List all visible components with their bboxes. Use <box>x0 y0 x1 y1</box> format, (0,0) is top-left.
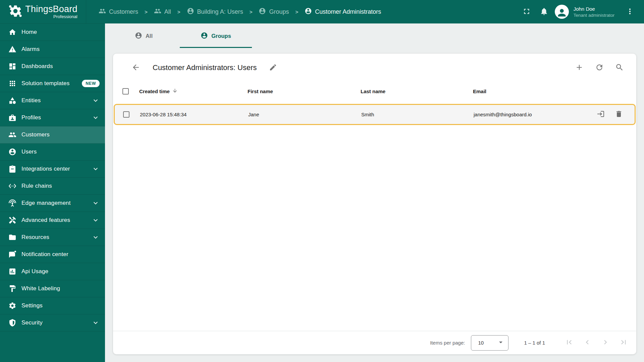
sidebar-item-security[interactable]: Security <box>0 314 105 331</box>
people-icon <box>99 7 106 16</box>
brand-subtitle: Professional <box>53 14 77 19</box>
sidebar-item-customers[interactable]: Customers <box>0 126 105 143</box>
sidebar-item-settings[interactable]: Settings <box>0 297 105 314</box>
more-menu-button[interactable] <box>623 5 637 18</box>
tab-all[interactable]: All <box>108 23 180 49</box>
cell-last-name: Smith <box>361 112 474 117</box>
sidebar-item-entities[interactable]: Entities <box>0 92 105 109</box>
sidebar-item-integrations-center[interactable]: Integrations center <box>0 161 105 178</box>
sidebar-item-api-usage[interactable]: Api Usage <box>0 263 105 280</box>
user-icon <box>556 7 568 18</box>
refresh-button[interactable] <box>593 61 606 74</box>
sidebar-item-rule-chains[interactable]: Rule chains <box>0 178 105 195</box>
chevron-down-icon <box>92 233 100 241</box>
caret-down-icon <box>497 338 505 347</box>
login-icon <box>597 110 605 119</box>
logo[interactable]: ThingsBoard Professional <box>0 0 86 23</box>
sidebar-item-notification-center[interactable]: Notification center <box>0 246 105 263</box>
login-as-user-button[interactable] <box>594 108 607 121</box>
cell-created-time: 2023-06-28 15:48:34 <box>140 112 248 117</box>
user-menu[interactable]: John Doe Tenant administrator <box>574 6 614 17</box>
first-page-icon <box>565 338 574 348</box>
arrow-back-icon <box>131 63 140 73</box>
category-icon <box>8 97 16 105</box>
last-page-icon <box>619 338 628 348</box>
items-per-page-value: 10 <box>478 340 484 346</box>
antenna-icon <box>8 199 16 207</box>
back-button[interactable] <box>129 61 143 74</box>
chevron-down-icon <box>92 319 100 327</box>
warning-icon <box>8 45 16 53</box>
users-card: Customer Administrators: Users Created t… <box>113 54 636 354</box>
breadcrumb-customer-administrators[interactable]: Customer Administrators <box>305 7 381 16</box>
notification-icon <box>8 250 16 258</box>
chart-icon <box>8 267 16 276</box>
sidebar-item-white-labeling[interactable]: White Labeling <box>0 280 105 297</box>
user-name: John Doe <box>574 6 614 12</box>
last-page-button[interactable] <box>617 336 630 350</box>
sidebar-item-profiles[interactable]: Profiles <box>0 109 105 126</box>
column-created-time[interactable]: Created time <box>139 88 248 95</box>
account-icon <box>8 148 16 156</box>
select-all-checkbox[interactable] <box>122 88 129 95</box>
search-icon <box>615 63 624 73</box>
paint-icon <box>8 285 16 293</box>
page-title: Customer Administrators: Users <box>153 63 257 72</box>
previous-page-button[interactable] <box>581 336 594 350</box>
sidebar-item-alarms[interactable]: Alarms <box>0 41 105 58</box>
first-page-button[interactable] <box>562 336 576 350</box>
cell-email: janesmith@thingsboard.io <box>474 112 580 117</box>
account-icon <box>305 7 312 16</box>
sidebar-item-advanced-features[interactable]: Advanced features <box>0 212 105 229</box>
sidebar-item-users[interactable]: Users <box>0 143 105 161</box>
breadcrumb-all[interactable]: All <box>154 7 171 16</box>
breadcrumb-building-a-users[interactable]: Building A: Users <box>187 7 243 16</box>
sidebar-item-dashboards[interactable]: Dashboards <box>0 58 105 75</box>
sidebar-item-solution-templates[interactable]: Solution templates NEW <box>0 75 105 92</box>
avatar[interactable] <box>555 5 569 19</box>
column-last-name[interactable]: Last name <box>361 88 473 94</box>
shield-icon <box>8 319 16 327</box>
account-icon <box>259 7 266 16</box>
delete-user-button[interactable] <box>612 108 626 121</box>
more-vert-icon <box>626 7 634 17</box>
search-button[interactable] <box>613 61 626 74</box>
main-content: All Groups Customer Administrators: User… <box>105 23 644 362</box>
notifications-button[interactable] <box>537 5 551 18</box>
next-page-icon <box>601 338 610 348</box>
column-email[interactable]: Email <box>473 88 581 94</box>
items-per-page-select[interactable]: 10 <box>471 335 508 351</box>
tab-groups[interactable]: Groups <box>180 23 252 49</box>
thingsboard-logo-icon <box>8 4 22 19</box>
people-icon <box>154 7 161 16</box>
chevron-down-icon <box>92 114 100 122</box>
integration-icon <box>8 165 16 173</box>
tab-bar: All Groups <box>105 23 644 49</box>
row-checkbox[interactable] <box>123 111 129 118</box>
breadcrumb-separator: > <box>145 9 148 15</box>
next-page-button[interactable] <box>599 336 612 350</box>
badge-icon <box>8 114 16 122</box>
trash-icon <box>615 110 623 119</box>
breadcrumb: Customers > All > Building A: Users > Gr… <box>86 7 520 16</box>
column-first-name[interactable]: First name <box>248 88 361 94</box>
breadcrumb-customers[interactable]: Customers <box>99 7 138 16</box>
people-icon <box>8 131 16 139</box>
ethernet-icon <box>8 182 16 190</box>
gear-icon <box>8 302 16 310</box>
construction-icon <box>8 216 16 224</box>
table-row[interactable]: 2023-06-28 15:48:34 Jane Smith janesmith… <box>114 104 636 125</box>
add-user-button[interactable] <box>573 61 586 74</box>
bell-icon <box>540 7 548 17</box>
sidebar-item-resources[interactable]: Resources <box>0 229 105 246</box>
edit-button[interactable] <box>266 61 280 74</box>
pager-controls <box>562 336 630 350</box>
fullscreen-button[interactable] <box>520 5 533 18</box>
breadcrumb-groups[interactable]: Groups <box>259 7 289 16</box>
new-badge: NEW <box>82 80 100 87</box>
plus-icon <box>575 63 584 73</box>
sidebar-item-edge-management[interactable]: Edge management <box>0 195 105 212</box>
previous-page-icon <box>583 338 592 348</box>
sort-desc-icon[interactable] <box>172 88 178 95</box>
sidebar-item-home[interactable]: Home <box>0 24 105 41</box>
